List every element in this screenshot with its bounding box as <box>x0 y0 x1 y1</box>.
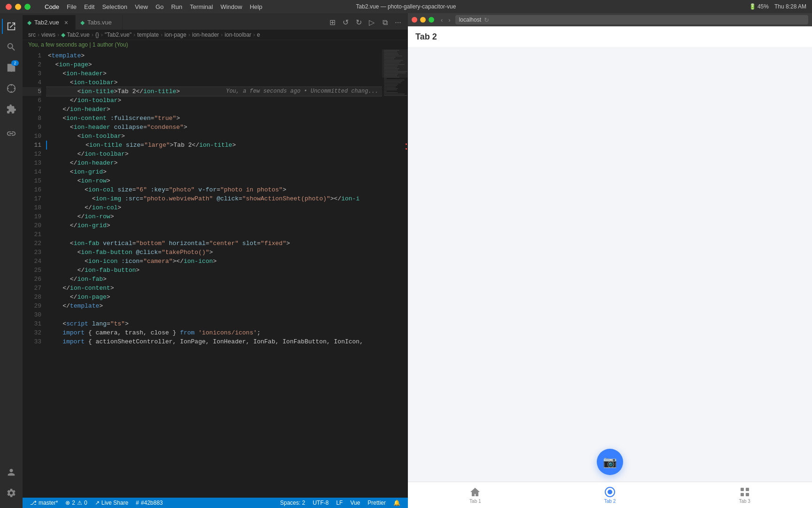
browser-back-button[interactable]: ‹ <box>439 16 445 24</box>
menu-terminal[interactable]: Terminal <box>190 3 213 10</box>
menu-file[interactable]: File <box>67 3 77 10</box>
close-button[interactable] <box>6 4 12 10</box>
sidebar-item-settings[interactable] <box>2 484 21 502</box>
formatter-label: Prettier <box>367 500 386 506</box>
breadcrumb-ion-page[interactable]: ion-page <box>164 32 187 38</box>
breadcrumb-scope[interactable]: {} <box>95 32 99 38</box>
breadcrumb-template[interactable]: template <box>137 32 159 38</box>
breadcrumb-file-label: Tab2.vue <box>67 32 90 38</box>
encoding-label: UTF-8 <box>312 500 328 506</box>
menu-run[interactable]: Run <box>171 3 182 10</box>
menu-go[interactable]: Go <box>156 3 164 10</box>
menu-help[interactable]: Help <box>250 3 262 10</box>
breadcrumb-src[interactable]: src <box>28 32 36 38</box>
code-line-19: </ion-row> <box>46 212 382 221</box>
go-forward-button[interactable]: ↻ <box>352 16 365 29</box>
sidebar-item-search[interactable] <box>2 38 21 56</box>
svg-rect-4 <box>741 493 744 496</box>
split-pane-button[interactable]: ⧉ <box>379 16 391 29</box>
breadcrumb-file[interactable]: ◆ Tab2.vue <box>61 32 90 38</box>
tab-tabs-vue[interactable]: ◆ Tabs.vue <box>76 15 123 30</box>
code-line-3: <ion-header> <box>46 69 382 78</box>
svg-rect-2 <box>741 488 744 491</box>
sidebar-item-explorer[interactable] <box>2 17 21 36</box>
tab-tab2-vue[interactable]: ◆ Tab2.vue × <box>23 15 76 30</box>
breadcrumb-views[interactable]: views <box>41 32 55 38</box>
nav-tab-3[interactable]: Tab 3 <box>727 484 761 506</box>
browser-refresh-button[interactable]: ↻ <box>484 16 489 24</box>
browser-traffic-lights[interactable] <box>412 17 434 23</box>
encoding-status[interactable]: UTF-8 <box>309 498 332 508</box>
tab1-label: Tab 1 <box>469 499 481 504</box>
git-blame: You, a few seconds ago | 1 author (You) <box>23 40 408 49</box>
tab-close-button[interactable]: × <box>62 18 70 27</box>
tab2-label: Tab 2 <box>604 499 616 504</box>
app-title: Tab 2 <box>415 32 437 42</box>
more-actions-button[interactable]: ··· <box>392 16 404 29</box>
bottom-nav: Tab 1 Tab 2 Tab 3 <box>408 482 812 508</box>
menu-edit[interactable]: Edit <box>84 3 94 10</box>
git-branch-label: master* <box>39 500 58 506</box>
browser-minimize-btn[interactable] <box>420 17 426 23</box>
sidebar-item-remote[interactable] <box>2 124 21 143</box>
split-editor-button[interactable]: ⊞ <box>326 16 338 29</box>
tab3-label: Tab 3 <box>739 499 750 504</box>
app-title-bar: Tab 2 <box>408 26 812 47</box>
maximize-button[interactable] <box>24 4 31 10</box>
minimize-button[interactable] <box>15 4 21 10</box>
menu-selection[interactable]: Selection <box>102 3 127 10</box>
spaces-status[interactable]: Spaces: 2 <box>276 498 309 508</box>
code-line-7: </ion-header> <box>46 105 382 114</box>
code-line-17: <ion-img :src="photo.webviewPath" @click… <box>46 194 382 203</box>
git-hash-status[interactable]: # #42b883 <box>132 498 166 508</box>
line-ending-label: LF <box>336 500 343 506</box>
tab3-icon <box>739 486 750 498</box>
go-back-button[interactable]: ↺ <box>339 16 351 29</box>
live-share-status[interactable]: ↗ Live Share <box>91 498 132 508</box>
git-branch-status[interactable]: ⎇ master* <box>26 498 62 508</box>
fab-button[interactable]: 📷 <box>597 449 623 475</box>
breadcrumb-scope-label: {} <box>95 32 99 38</box>
breadcrumb-e-label: e <box>257 32 260 38</box>
notifications-status[interactable]: 🔔 <box>390 498 404 508</box>
code-editor[interactable]: 1234 5 678910 11 121314151617181920 2122… <box>23 49 408 498</box>
code-line-33: import { actionSheetController, IonPage,… <box>46 337 382 346</box>
code-line-21 <box>46 230 382 239</box>
scm-badge: 2 <box>11 60 19 66</box>
breadcrumb-e[interactable]: e <box>257 32 260 38</box>
menu-view[interactable]: View <box>135 3 148 10</box>
git-branch-icon: ⎇ <box>30 500 37 506</box>
sidebar-item-account[interactable] <box>2 463 21 482</box>
code-line-18: </ion-col> <box>46 203 382 212</box>
line-ending-status[interactable]: LF <box>332 498 346 508</box>
browser-forward-button[interactable]: › <box>446 16 452 24</box>
nav-tab-2[interactable]: Tab 2 <box>593 484 627 506</box>
sidebar-item-debug[interactable] <box>2 79 21 98</box>
browser-url: localhost <box>459 16 481 23</box>
mac-traffic-lights[interactable] <box>6 4 31 10</box>
nav-tab-1[interactable]: Tab 1 <box>458 484 492 506</box>
code-line-5: <ion-title>Tab 2</ion-title> You, a few … <box>46 87 382 96</box>
spaces-label: Spaces: 2 <box>280 500 305 506</box>
run-button[interactable]: ▷ <box>366 16 378 29</box>
browser-close-btn[interactable] <box>412 17 417 23</box>
browser-nav: ‹ › <box>439 16 453 24</box>
code-line-6: </ion-toolbar> <box>46 96 382 105</box>
breadcrumb-ion-toolbar[interactable]: ion-toolbar <box>225 32 251 38</box>
sidebar-item-extensions[interactable] <box>2 100 21 119</box>
sidebar-item-scm[interactable]: 2 <box>2 58 21 77</box>
formatter-status[interactable]: Prettier <box>364 498 390 508</box>
breadcrumb-name[interactable]: "Tab2.vue" <box>105 32 132 38</box>
code-line-30 <box>46 310 382 319</box>
browser-maximize-btn[interactable] <box>429 17 434 23</box>
code-content[interactable]: <template> <ion-page> <ion-header> <ion-… <box>46 49 382 498</box>
activity-bottom <box>2 463 21 504</box>
breadcrumb-ion-header[interactable]: ion-header <box>192 32 219 38</box>
code-line-22: <ion-fab vertical="bottom" horizontal="c… <box>46 239 382 248</box>
language-status[interactable]: Vue <box>346 498 364 508</box>
menu-window[interactable]: Window <box>220 3 242 10</box>
browser-addressbar[interactable]: localhost ↻ <box>455 15 808 24</box>
menu-code[interactable]: Code <box>45 3 59 10</box>
mac-titlebar: Code File Edit Selection View Go Run Ter… <box>0 0 812 13</box>
errors-status[interactable]: ⊗ 2 ⚠ 0 <box>62 498 91 508</box>
